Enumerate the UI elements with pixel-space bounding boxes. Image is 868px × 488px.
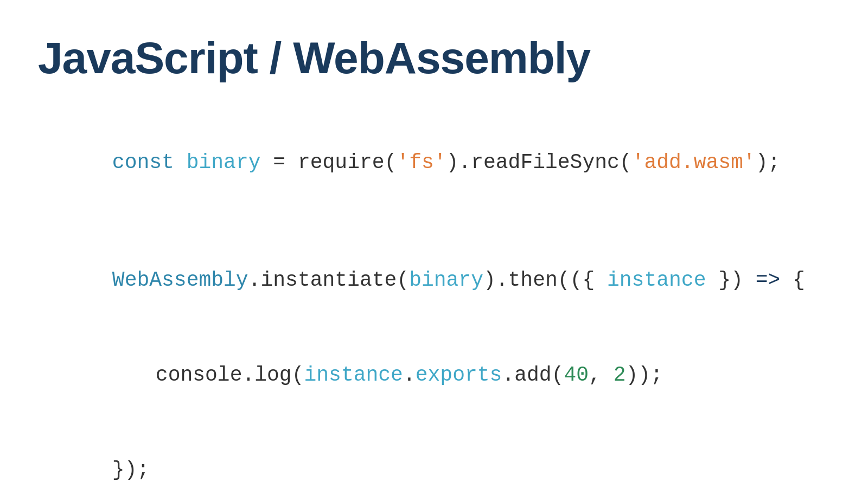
var-binary-2: binary bbox=[409, 268, 483, 292]
code-line-4: }); bbox=[38, 423, 830, 488]
number-40: 40 bbox=[564, 363, 589, 387]
arrow: => bbox=[756, 268, 781, 292]
keyword-const: const bbox=[112, 151, 174, 174]
var-instance: instance bbox=[607, 268, 706, 292]
var-binary: binary bbox=[187, 151, 261, 174]
string-fs: 'fs' bbox=[397, 151, 446, 174]
string-addwasm: 'add.wasm' bbox=[632, 151, 756, 174]
keyword-webassembly: WebAssembly bbox=[112, 268, 248, 292]
prop-exports: exports bbox=[416, 363, 502, 387]
number-2: 2 bbox=[614, 363, 626, 387]
slide-title: JavaScript / WebAssembly bbox=[38, 33, 830, 84]
code-line-1: const binary = require('fs').readFileSyn… bbox=[38, 116, 830, 209]
page-container: JavaScript / WebAssembly const binary = … bbox=[0, 0, 868, 488]
code-block: const binary = require('fs').readFileSyn… bbox=[38, 116, 830, 488]
code-line-2: WebAssembly.instantiate(binary).then(({ … bbox=[38, 234, 830, 326]
code-line-3: console.log(instance.exports.add(40, 2))… bbox=[38, 329, 830, 421]
var-instance-2: instance bbox=[304, 363, 403, 387]
blank-line bbox=[38, 211, 830, 234]
